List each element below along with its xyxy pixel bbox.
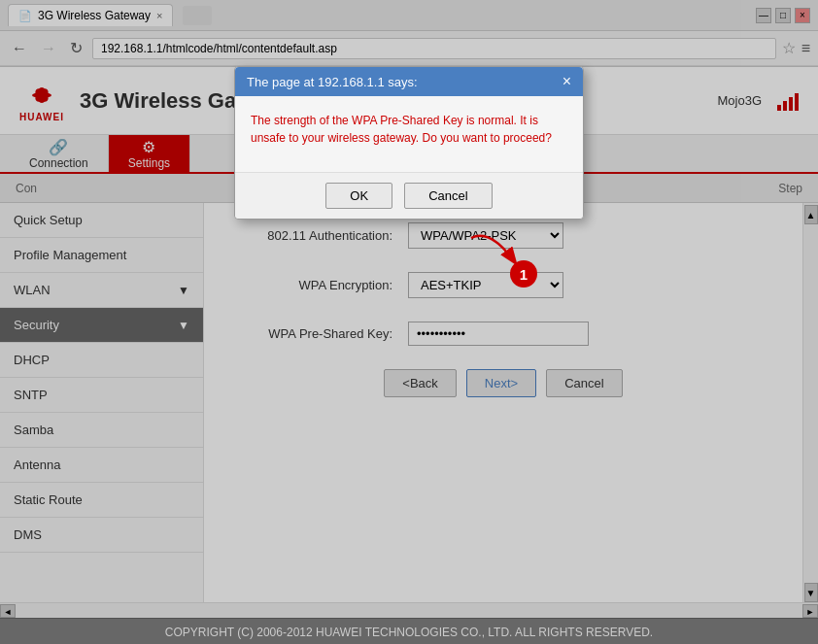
annotation-badge: 1 — [510, 260, 537, 288]
dialog-close-button[interactable]: × — [562, 73, 571, 90]
dialog-title: The page at 192.168.1.1 says: — [247, 75, 418, 89]
dialog-overlay: The page at 192.168.1.1 says: × The stre… — [0, 0, 818, 644]
arrow-annotation: 1 — [461, 223, 539, 285]
dialog-ok-button[interactable]: OK — [325, 183, 392, 209]
dialog-title-bar: The page at 192.168.1.1 says: × — [235, 67, 583, 96]
dialog-message: The strength of the WPA Pre-Shared Key i… — [251, 112, 567, 147]
dialog-body: The strength of the WPA Pre-Shared Key i… — [235, 96, 583, 172]
dialog-cancel-button[interactable]: Cancel — [404, 183, 492, 209]
confirm-dialog: The page at 192.168.1.1 says: × The stre… — [234, 66, 584, 220]
dialog-actions: OK Cancel — [235, 172, 583, 219]
